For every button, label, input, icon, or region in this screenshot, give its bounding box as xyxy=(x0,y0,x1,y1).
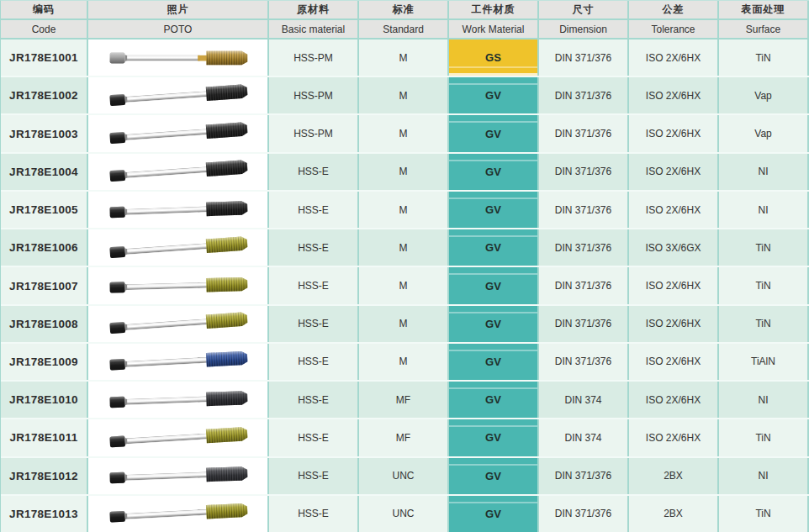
cell-basic-material: HSS-E xyxy=(269,419,359,456)
cell-work-material: GV xyxy=(449,419,539,456)
work-material-value: GV xyxy=(485,431,501,444)
cell-tolerance: ISO 2X/6HX xyxy=(629,40,719,76)
cell-code: JR178E1012 xyxy=(1,458,88,494)
cell-standard: M xyxy=(359,306,449,342)
cell-product-photo xyxy=(88,419,269,456)
cell-product-photo xyxy=(88,40,269,76)
column-header-zh-work_material: 工件材质 xyxy=(449,1,539,20)
cell-tolerance: ISO 2X/6HX xyxy=(629,77,719,113)
cell-work-material: GV xyxy=(449,229,539,266)
cell-dimension: DIN 371/376 xyxy=(539,458,629,494)
cell-code: JR178E1001 xyxy=(1,40,88,76)
tap-photo-image xyxy=(104,154,251,190)
work-material-inner-line xyxy=(449,502,537,503)
cell-dimension: DIN 371/376 xyxy=(539,496,629,532)
cell-surface: TiN xyxy=(719,496,809,532)
work-material-value: GS xyxy=(485,51,501,64)
table-row: JR178E1010 HSS-E MF GV DIN 374 xyxy=(1,380,809,418)
table-row: JR178E1007 HSS-E M GV DIN 371/376 xyxy=(1,266,809,303)
column-header-en-tolerance: Tolerance xyxy=(629,20,719,40)
cell-standard: MF xyxy=(359,419,449,456)
work-material-value: GV xyxy=(485,393,501,406)
cell-standard: M xyxy=(359,115,449,151)
tap-shank xyxy=(127,244,200,255)
cell-code: JR178E1009 xyxy=(1,344,88,380)
tap-photo-image xyxy=(104,115,251,151)
cell-work-material: GV xyxy=(449,382,539,418)
cell-basic-material: HSS-E xyxy=(269,382,359,418)
work-material-inner-line xyxy=(449,83,537,85)
cell-basic-material: HSS-E xyxy=(269,154,359,190)
tap-shank xyxy=(127,472,200,481)
work-material-value: GV xyxy=(485,128,501,140)
column-header-en-standard: Standard xyxy=(359,20,449,40)
cell-basic-material: HSS-E xyxy=(269,229,359,266)
cell-dimension: DIN 371/376 xyxy=(539,40,629,76)
tap-neck xyxy=(197,91,207,97)
column-header-en-basic_material: Basic material xyxy=(269,20,359,40)
column-header-zh-surface: 表面处理 xyxy=(719,1,809,20)
cell-surface: TiN xyxy=(719,306,809,342)
table-row: JR178E1003 HSS-PM M GV DIN 371/376 xyxy=(1,113,809,151)
cell-dimension: DIN 374 xyxy=(539,419,629,456)
column-header-zh-photo: 照片 xyxy=(88,1,269,20)
cell-product-photo xyxy=(88,344,269,380)
cell-standard: UNC xyxy=(359,458,449,494)
cell-basic-material: HSS-PM xyxy=(269,40,359,76)
cell-work-material: GV xyxy=(449,77,539,113)
tap-photo-image xyxy=(104,77,251,113)
work-material-value: GV xyxy=(485,356,501,368)
table-header-row-zh: 编码照片原材料标准工件材质尺寸公差表面处理 xyxy=(1,1,809,20)
cell-product-photo xyxy=(88,192,269,228)
tap-shank xyxy=(127,282,200,290)
cell-tolerance: ISO 2X/6HX xyxy=(629,382,719,418)
column-header-en-code: Code xyxy=(1,20,88,40)
table-row: JR178E1005 HSS-E M GV DIN 371/376 xyxy=(1,190,809,228)
cell-dimension: DIN 371/376 xyxy=(539,77,629,113)
work-material-value: GV xyxy=(485,318,501,330)
cell-dimension: DIN 371/376 xyxy=(539,115,629,151)
tap-shank xyxy=(127,206,200,214)
cell-basic-material: HSS-PM xyxy=(269,77,359,113)
cell-surface: TiN xyxy=(719,40,809,76)
table-row: JR178E1006 HSS-E M GV DIN 371/376 xyxy=(1,228,809,266)
cell-work-material: GS xyxy=(449,40,539,76)
cell-tolerance: ISO 3X/6GX xyxy=(629,229,719,266)
column-header-zh-tolerance: 公差 xyxy=(629,1,719,20)
tap-photo-image xyxy=(104,306,251,342)
work-material-value: GV xyxy=(485,241,501,254)
cell-code: JR178E1002 xyxy=(1,77,88,113)
cell-surface: Vap xyxy=(719,115,809,151)
cell-standard: MF xyxy=(359,382,449,418)
work-material-inner-line xyxy=(449,121,537,123)
cell-standard: UNC xyxy=(359,496,449,532)
work-material-inner-line xyxy=(449,160,537,161)
cell-standard: M xyxy=(359,77,449,113)
tap-neck xyxy=(197,129,207,135)
work-material-inner-line xyxy=(449,425,537,427)
work-material-inner-line xyxy=(449,464,537,466)
tap-neck xyxy=(197,357,207,363)
table-row: JR178E1004 HSS-E M GV DIN 371/376 xyxy=(1,152,809,190)
column-header-en-photo: POTO xyxy=(88,20,269,40)
tap-photo-image xyxy=(105,269,251,303)
cell-dimension: DIN 371/376 xyxy=(539,192,629,228)
column-header-en-work_material: Work Material xyxy=(449,20,539,40)
cell-code: JR178E1003 xyxy=(1,115,88,151)
cell-surface: NI xyxy=(719,458,809,494)
table-row: JR178E1011 HSS-E MF GV DIN 374 xyxy=(1,418,809,456)
cell-work-material: GV xyxy=(449,496,539,532)
cell-standard: M xyxy=(359,40,449,76)
cell-surface: NI xyxy=(719,192,809,228)
cell-surface: TiN xyxy=(719,229,809,266)
work-material-inner-line xyxy=(449,66,537,68)
cell-dimension: DIN 371/376 xyxy=(539,306,629,342)
tap-photo-image xyxy=(105,382,251,418)
work-material-value: GV xyxy=(485,89,501,102)
work-material-value: GV xyxy=(485,280,501,292)
cell-surface: TiN xyxy=(719,267,809,303)
column-header-en-surface: Surface xyxy=(719,20,809,40)
cell-standard: M xyxy=(359,192,449,228)
tap-photo-image xyxy=(105,419,251,456)
cell-work-material: GV xyxy=(449,192,539,228)
